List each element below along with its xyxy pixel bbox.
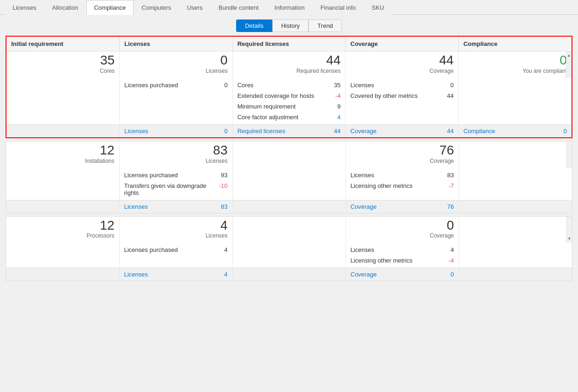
licenses-purchased-value: 0	[224, 82, 227, 89]
history-button[interactable]: History	[272, 19, 308, 32]
licenses-purchased-label: Licenses purchased	[124, 82, 178, 89]
s2-summary-coverage-cell: Coverage 76	[346, 200, 459, 213]
s2-detail-compliance-empty	[459, 168, 572, 200]
s3-licenses-unit: Licenses	[124, 232, 228, 239]
compliance-table-2: 12 Installations 83 Licenses 76 Coverage	[6, 141, 572, 213]
s2-detail-coverage: Licenses 83 Licensing other metrics -7	[346, 168, 459, 200]
trend-button[interactable]: Trend	[308, 19, 341, 32]
summary-coverage: Coverage 44	[350, 128, 454, 135]
coverage-cell: 44 Coverage	[346, 51, 459, 78]
tab-computers[interactable]: Computers	[134, 0, 179, 15]
s2-summary-compliance-empty	[459, 200, 572, 213]
summary-compliance-value: 0	[564, 128, 567, 135]
compliance-table-1: Initial requirement Licenses Required li…	[6, 37, 572, 137]
s3-summary-licenses-label: Licenses	[124, 271, 148, 278]
covered-by-other-label: Covered by other metrics	[350, 92, 417, 99]
header-compliance: Compliance	[458, 37, 572, 51]
s2-transfers-row: Transfers given via downgrade rights -10	[124, 180, 228, 198]
s2-detail-initial-empty	[6, 168, 119, 200]
summary-licenses-value: 0	[224, 128, 227, 135]
s3-summary-initial-empty	[6, 268, 119, 281]
initial-value: 35	[11, 53, 115, 68]
header-initial-requirement: Initial requirement	[6, 37, 120, 51]
s3-summary-coverage-cell: Coverage 0	[346, 268, 459, 281]
s2-big-numbers-row: 12 Installations 83 Licenses 76 Coverage	[6, 141, 572, 168]
tab-bundle-content[interactable]: Bundle content	[211, 0, 267, 15]
compliance-unit: You are compliant	[463, 68, 567, 74]
tab-financial-info[interactable]: Financial info	[313, 0, 364, 15]
summary-coverage-value: 44	[447, 128, 453, 135]
summary-licenses-cell: Licenses 0	[120, 124, 233, 137]
s2-detail-licenses: Licenses purchased 93 Transfers given vi…	[119, 168, 232, 200]
required-unit: Required licenses	[238, 68, 341, 74]
compliance-section-3: 12 Processors 4 Licenses 0 Coverage	[6, 216, 572, 282]
s2-summary-licenses: Licenses 83	[124, 203, 228, 210]
tab-compliance[interactable]: Compliance	[86, 0, 134, 15]
coverage-value: 44	[350, 53, 454, 68]
s2-detail-required-empty	[232, 168, 346, 200]
s2-summary-coverage: Coverage 76	[351, 203, 454, 210]
header-coverage: Coverage	[346, 37, 459, 51]
tab-licenses[interactable]: Licenses	[5, 0, 44, 15]
summary-compliance-label: Compliance	[463, 128, 495, 135]
s3-compliance-cell: ▼	[459, 217, 572, 243]
covered-by-other-value: 44	[447, 92, 453, 99]
summary-required-label: Required licenses	[238, 128, 285, 135]
main-content: Initial requirement Licenses Required li…	[0, 36, 578, 392]
s2-initial-value: 12	[11, 143, 115, 158]
cores-value: 35	[334, 82, 340, 89]
s3-summary-coverage-label: Coverage	[351, 271, 377, 278]
s3-licensing-other-value: -4	[449, 257, 454, 264]
s3-coverage-unit: Coverage	[351, 232, 454, 239]
s2-licenses-purchased-row: Licenses purchased 93	[124, 170, 228, 180]
coverage-licenses-value: 0	[450, 82, 454, 89]
s3-licensing-other-row: Licensing other metrics -4	[351, 255, 454, 266]
s3-detail-row: Licenses purchased 4 Licenses 4 Licensin…	[6, 243, 572, 268]
core-factor-value: 4	[337, 114, 340, 121]
s3-detail-required-empty	[232, 243, 346, 268]
summary-coverage-label: Coverage	[350, 128, 376, 135]
s3-coverage-licenses-label: Licenses	[351, 246, 374, 253]
core-factor-label: Core factor adjustment	[238, 114, 299, 121]
summary-compliance-cell: Compliance 0	[458, 124, 572, 137]
s2-summary-licenses-label: Licenses	[124, 203, 148, 210]
s2-initial-unit: Installations	[11, 158, 115, 164]
s2-licenses-cell: 83 Licenses	[119, 141, 232, 168]
tab-sku[interactable]: SKU	[364, 0, 392, 15]
tab-information[interactable]: Information	[267, 0, 313, 15]
s2-coverage-licenses-label: Licenses	[351, 172, 374, 179]
detail-licenses-purchased: Licenses purchased 0	[120, 78, 233, 125]
tab-allocation[interactable]: Allocation	[44, 0, 86, 15]
summary-coverage-cell: Coverage 44	[346, 124, 459, 137]
required-value: 44	[238, 53, 341, 68]
compliance-section-1: Initial requirement Licenses Required li…	[6, 36, 572, 138]
extended-coverage-value: -4	[335, 92, 341, 99]
detail-compliance-empty	[458, 78, 572, 125]
s3-coverage-licenses-row: Licenses 4	[351, 244, 454, 255]
s2-licensing-other-row: Licensing other metrics -7	[351, 180, 454, 191]
s3-initial-cell: 12 Processors	[6, 217, 119, 243]
s3-summary-licenses-value: 4	[224, 271, 227, 278]
s3-initial-value: 12	[11, 218, 115, 233]
tab-users[interactable]: Users	[179, 0, 211, 15]
s3-summary-compliance-empty	[459, 268, 572, 281]
summary-initial-empty	[6, 124, 120, 137]
s3-summary-coverage: Coverage 0	[351, 271, 454, 278]
summary-required-cell: Required licenses 44	[232, 124, 346, 137]
s3-summary-licenses: Licenses 4	[124, 271, 228, 278]
minimum-req-label: Minimum requirement	[238, 103, 296, 110]
cores-row: Cores 35	[238, 80, 341, 90]
extended-coverage-label: Extended coverage for hosts	[238, 92, 315, 99]
s3-coverage-value: 0	[351, 218, 454, 233]
s3-summary-row: Licenses 4 Coverage 0	[6, 268, 572, 281]
licenses-purchased-row: Licenses purchased 0	[124, 80, 228, 90]
s2-transfers-value: -10	[219, 182, 228, 196]
s2-summary-row: Licenses 83 Coverage 76	[6, 200, 572, 213]
summary-compliance: Compliance 0	[463, 128, 567, 135]
compliance-section-2: 12 Installations 83 Licenses 76 Coverage	[6, 141, 572, 213]
s3-detail-coverage: Licenses 4 Licensing other metrics -4	[346, 243, 459, 268]
detail-row-1: Licenses purchased 0 Cores 35 Extended c…	[6, 78, 572, 125]
details-button[interactable]: Details	[236, 19, 272, 32]
s3-initial-unit: Processors	[11, 232, 115, 239]
s2-summary-required-empty	[232, 200, 346, 213]
